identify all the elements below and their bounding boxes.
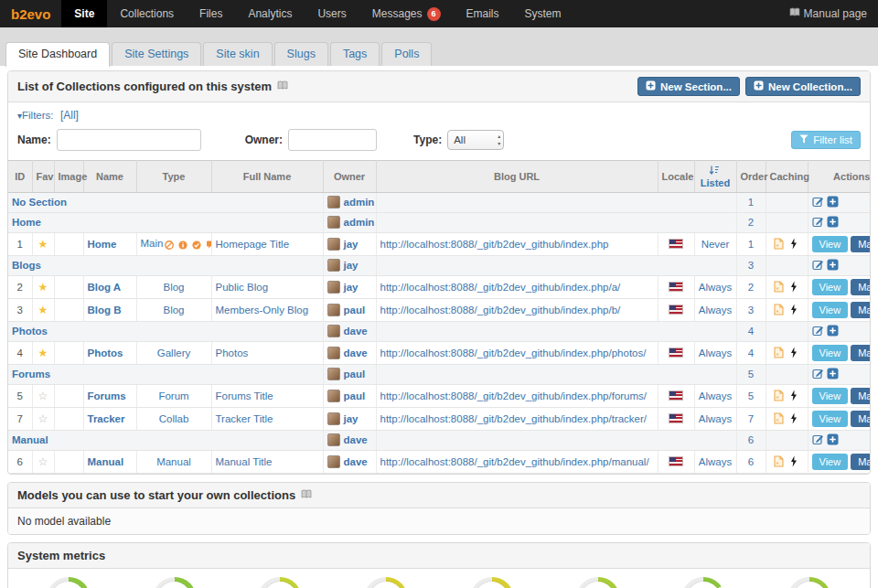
nav-item-system[interactable]: System — [512, 0, 574, 27]
owner-link[interactable]: paul — [344, 305, 366, 315]
owner-link[interactable]: dave — [344, 434, 368, 445]
full-name-link[interactable]: Public Blog — [216, 282, 269, 293]
order-link[interactable]: 6 — [748, 434, 754, 445]
view-button[interactable]: View — [812, 345, 849, 361]
blog-url-link[interactable]: http://localhost:8088/_git/b2dev_github/… — [380, 239, 609, 250]
section-name-link[interactable]: Manual — [12, 434, 48, 445]
listed-link[interactable]: Never — [701, 239, 730, 250]
column-header-type[interactable]: Type — [136, 161, 211, 193]
collection-name-link[interactable]: Blog A — [88, 282, 122, 293]
edit-icon[interactable] — [812, 433, 824, 447]
order-link[interactable]: 7 — [748, 413, 754, 424]
nav-item-users[interactable]: Users — [305, 0, 359, 27]
page-cache-icon[interactable] — [772, 238, 786, 250]
page-cache-icon[interactable] — [772, 304, 786, 315]
lightning-icon[interactable] — [788, 304, 799, 315]
column-header-image[interactable]: Image — [54, 161, 83, 193]
column-header-id[interactable]: ID — [8, 161, 32, 193]
add-collection-icon[interactable] — [827, 216, 839, 230]
manage-button[interactable]: Manage — [851, 302, 871, 318]
filters-scope-link[interactable]: [All] — [60, 109, 79, 122]
tab-polls[interactable]: Polls — [381, 42, 432, 66]
column-header-order[interactable]: Order — [736, 161, 766, 193]
manage-button[interactable]: Manage — [851, 345, 871, 361]
name-filter-input[interactable] — [57, 129, 201, 151]
section-name-link[interactable]: No Section — [12, 197, 67, 208]
add-collection-icon[interactable] — [827, 196, 839, 209]
column-header-locale[interactable]: Locale — [658, 161, 694, 193]
nav-item-collections[interactable]: Collections — [107, 0, 187, 27]
column-header-listed[interactable]: Listed — [694, 161, 736, 193]
favorite-star-outline-icon[interactable]: ☆ — [38, 412, 48, 425]
lightning-icon[interactable] — [788, 455, 799, 467]
order-link[interactable]: 3 — [748, 260, 754, 271]
order-link[interactable]: 5 — [748, 390, 754, 401]
owner-link[interactable]: dave — [344, 326, 368, 337]
order-link[interactable]: 4 — [748, 326, 754, 337]
favorite-star-outline-icon[interactable]: ☆ — [38, 455, 48, 468]
owner-link[interactable]: paul — [344, 390, 366, 401]
full-name-link[interactable]: Manual Title — [216, 456, 273, 467]
column-header-actions[interactable]: Actions — [808, 161, 871, 193]
tab-site-dashboard[interactable]: Site Dashboard — [5, 42, 110, 67]
column-header-caching[interactable]: Caching — [766, 161, 808, 193]
tab-site-settings[interactable]: Site Settings — [112, 42, 201, 66]
favorite-star-icon[interactable]: ★ — [38, 347, 48, 359]
collection-type-link[interactable]: Gallery — [157, 347, 190, 358]
listed-link[interactable]: Always — [699, 456, 732, 467]
blog-url-link[interactable]: http://localhost:8088/_git/b2dev_github/… — [380, 413, 648, 424]
owner-link[interactable]: admin — [344, 217, 375, 228]
favorite-star-icon[interactable]: ★ — [38, 238, 48, 251]
section-name-link[interactable]: Blogs — [12, 260, 41, 271]
view-button[interactable]: View — [812, 454, 849, 470]
manage-button[interactable]: Manage — [851, 388, 871, 404]
blog-url-link[interactable]: http://localhost:8088/_git/b2dev_github/… — [380, 305, 621, 315]
manage-button[interactable]: Manage — [851, 454, 871, 470]
collection-name-link[interactable]: Forums — [88, 390, 126, 401]
favorite-star-outline-icon[interactable]: ☆ — [38, 390, 48, 402]
tab-site-skin[interactable]: Site skin — [203, 42, 272, 66]
collection-name-link[interactable]: Blog B — [88, 305, 122, 315]
collection-type-link[interactable]: Forum — [158, 390, 188, 401]
new-section-button[interactable]: New Section... — [637, 77, 740, 96]
add-collection-icon[interactable] — [827, 325, 839, 338]
page-cache-icon[interactable] — [772, 390, 786, 401]
manage-button[interactable]: Manage — [851, 236, 871, 252]
section-name-link[interactable]: Home — [12, 217, 41, 228]
manage-button[interactable]: Manage — [851, 279, 871, 295]
section-name-link[interactable]: Forums — [12, 369, 50, 380]
manage-button[interactable]: Manage — [851, 411, 871, 427]
lightning-icon[interactable] — [788, 412, 799, 424]
nav-item-analytics[interactable]: Analytics — [235, 0, 305, 27]
filter-list-button[interactable]: Filter list — [791, 131, 861, 149]
order-link[interactable]: 1 — [748, 239, 754, 250]
owner-filter-input[interactable] — [288, 129, 377, 151]
tab-tags[interactable]: Tags — [330, 42, 380, 66]
collection-name-link[interactable]: Home — [88, 239, 117, 250]
favorite-star-icon[interactable]: ★ — [38, 304, 48, 316]
add-collection-icon[interactable] — [827, 433, 839, 447]
edit-icon[interactable] — [812, 325, 824, 338]
blog-url-link[interactable]: http://localhost:8088/_git/b2dev_github/… — [380, 390, 648, 401]
section-name-link[interactable]: Photos — [12, 326, 48, 337]
view-button[interactable]: View — [812, 279, 849, 295]
full-name-link[interactable]: Forums Title — [216, 390, 273, 401]
listed-link[interactable]: Always — [699, 305, 732, 315]
blog-url-link[interactable]: http://localhost:8088/_git/b2dev_github/… — [380, 282, 621, 293]
page-cache-icon[interactable] — [772, 412, 786, 424]
nav-item-site[interactable]: Site — [61, 0, 107, 27]
listed-link[interactable]: Always — [699, 282, 732, 293]
column-header-name[interactable]: Name — [83, 161, 136, 193]
order-link[interactable]: 2 — [748, 282, 754, 293]
collection-type-link[interactable]: Blog — [163, 305, 184, 315]
full-name-link[interactable]: Tracker Title — [216, 413, 273, 424]
owner-link[interactable]: dave — [344, 456, 368, 467]
blog-url-link[interactable]: http://localhost:8088/_git/b2dev_github/… — [380, 456, 649, 467]
view-button[interactable]: View — [812, 302, 849, 318]
order-link[interactable]: 3 — [748, 305, 754, 315]
order-link[interactable]: 4 — [748, 347, 754, 358]
listed-link[interactable]: Always — [699, 390, 732, 401]
owner-link[interactable]: paul — [344, 369, 366, 380]
view-button[interactable]: View — [812, 236, 849, 252]
favorite-star-icon[interactable]: ★ — [38, 281, 48, 294]
